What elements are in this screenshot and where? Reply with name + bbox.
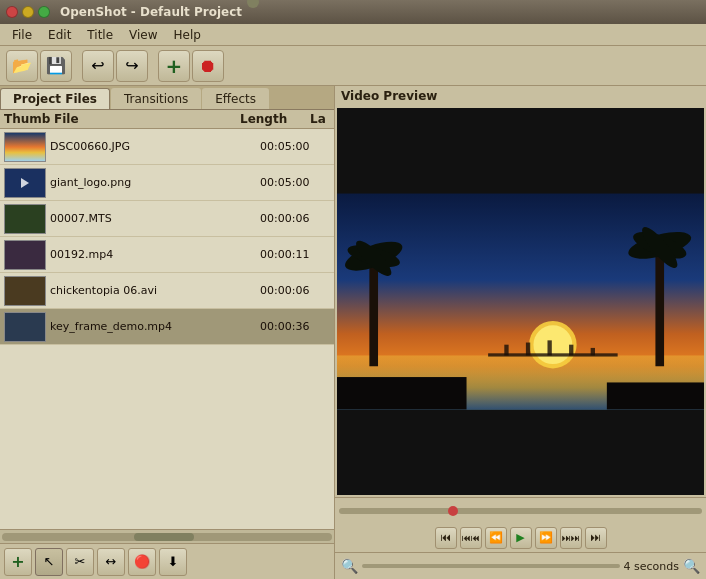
open-button[interactable]: 📂 [6,50,38,82]
maximize-button[interactable] [38,6,50,18]
go-start-icon: ⏮ [440,531,451,544]
rewind-button[interactable]: ⏪ [485,527,507,549]
file-row[interactable]: DSC00660.JPG 00:05:00 [0,129,334,165]
resize-icon: ↔ [106,554,117,569]
tab-project-files[interactable]: Project Files [0,88,110,109]
toolbar: 📂 💾 ↩ ↪ + ⏺ [0,46,706,86]
preview-slider[interactable] [339,508,702,514]
forward-button[interactable]: ⏩ [535,527,557,549]
app-title: OpenShot - Default Project [60,5,242,19]
go-end-icon: ⏭ [590,531,601,544]
svg-rect-8 [569,345,573,356]
save-icon: 💾 [46,56,66,75]
file-thumb [4,204,46,234]
file-row[interactable]: key_frame_demo.mp4 00:00:36 [0,309,334,345]
svg-rect-6 [526,343,530,356]
redo-button[interactable]: ↪ [116,50,148,82]
redo-icon: ↪ [125,56,138,75]
file-row[interactable]: chickentopia 06.avi 00:00:06 [0,273,334,309]
menubar: File Edit Title View Help [0,24,706,46]
record-button[interactable]: ⏺ [192,50,224,82]
resize-tool-button[interactable]: ↔ [97,548,125,576]
add-track-button[interactable]: + [4,548,32,576]
svg-rect-18 [337,377,467,409]
record-icon: ⏺ [199,55,217,76]
scissors-icon: ✂ [75,554,86,569]
snap-tool-button[interactable]: 🔴 [128,548,156,576]
minimize-button[interactable] [22,6,34,18]
svg-rect-5 [504,345,508,356]
preview-controls [335,497,706,523]
rewind-icon: ⏪ [489,531,503,544]
zoom-label: 4 seconds [624,560,679,573]
file-name: chickentopia 06.avi [50,284,260,297]
file-length: 00:00:11 [260,248,330,261]
play-icon: ▶ [516,531,524,544]
tab-transitions[interactable]: Transitions [111,88,201,109]
go-start-button[interactable]: ⏮ [435,527,457,549]
play-button[interactable]: ▶ [510,527,532,549]
file-name: 00007.MTS [50,212,260,225]
svg-point-3 [533,325,572,364]
undo-button[interactable]: ↩ [82,50,114,82]
file-row[interactable]: 00192.mp4 00:00:11 [0,237,334,273]
zoom-in-icon[interactable]: 🔍 [683,558,700,574]
svg-rect-7 [547,340,551,355]
menu-title[interactable]: Title [79,26,121,44]
file-length: 00:00:06 [260,284,330,297]
cursor-icon: ↖ [44,554,55,569]
main-area: Project Files Transitions Effects Thumb … [0,86,706,579]
next-frame-button[interactable]: ⏭⏭ [560,527,582,549]
go-end-button[interactable]: ⏭ [585,527,607,549]
file-length: 00:00:06 [260,212,330,225]
tab-effects[interactable]: Effects [202,88,269,109]
file-thumb [4,312,46,342]
left-scrollbar[interactable] [0,529,334,543]
video-preview-label: Video Preview [335,86,706,106]
right-panel: Video Preview [335,86,706,579]
traffic-lights [6,6,50,18]
file-thumb [4,240,46,270]
file-row[interactable]: 00007.MTS 00:00:06 [0,201,334,237]
scrollbar-track[interactable] [2,533,332,541]
add-button[interactable]: + [158,50,190,82]
svg-rect-10 [369,258,378,366]
scrollbar-thumb[interactable] [134,533,194,541]
file-name: giant_logo.png [50,176,260,189]
zoom-out-icon[interactable]: 🔍 [341,558,358,574]
col-header-la: La [310,112,330,126]
import-icon: ⬇ [168,554,179,569]
transport-bar: ⏮ ⏮⏮ ⏪ ▶ ⏩ ⏭⏭ ⏭ [335,523,706,553]
close-button[interactable] [6,6,18,18]
menu-file[interactable]: File [4,26,40,44]
file-row[interactable]: giant_logo.png 00:05:00 [0,165,334,201]
import-tool-button[interactable]: ⬇ [159,548,187,576]
play-icon [21,178,29,188]
save-button[interactable]: 💾 [40,50,72,82]
preview-video [337,108,704,495]
snap-icon: 🔴 [134,554,150,569]
preview-slider-thumb[interactable] [448,506,458,516]
file-list: Thumb File Length La DSC00660.JPG 00:05:… [0,110,334,529]
svg-rect-9 [591,348,595,356]
svg-rect-14 [655,248,664,367]
next-frame-icon: ⏭⏭ [562,533,580,543]
zoom-slider[interactable] [362,564,620,568]
file-thumb [4,132,46,162]
prev-frame-icon: ⏮⏮ [462,533,480,543]
col-header-file: File [54,112,240,126]
menu-edit[interactable]: Edit [40,26,79,44]
add-icon: + [166,54,183,78]
file-thumb [4,276,46,306]
select-tool-button[interactable]: ↖ [35,548,63,576]
menu-view[interactable]: View [121,26,165,44]
menu-help[interactable]: Help [166,26,209,44]
file-length: 00:05:00 [260,176,330,189]
undo-icon: ↩ [91,56,104,75]
file-name: 00192.mp4 [50,248,260,261]
file-name: DSC00660.JPG [50,140,260,153]
left-panel: Project Files Transitions Effects Thumb … [0,86,335,579]
razor-tool-button[interactable]: ✂ [66,548,94,576]
prev-frame-button[interactable]: ⏮⏮ [460,527,482,549]
forward-icon: ⏩ [539,531,553,544]
